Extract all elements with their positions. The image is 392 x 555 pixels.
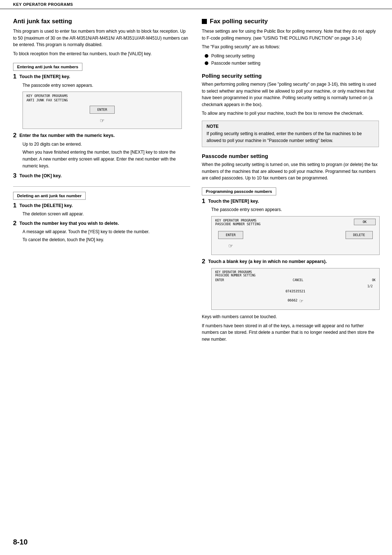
del-step2-num: 2 [13, 220, 16, 227]
screen3-header-row: KEY OPERATOR PROGRAMS PASSCODE NUMBER SE… [215, 271, 376, 277]
hand-icon-3: ☞ [300, 297, 303, 304]
hand-icon-2: ☞ [229, 242, 233, 250]
page-wrapper: KEY OPERATOR PROGRAMS Anti junk fax sett… [0, 0, 392, 555]
screen3-enter: ENTER [215, 279, 224, 282]
bullet-item-2: Passcode number setting [205, 60, 379, 67]
left-step1-desc: The passcode entry screen appears. [23, 82, 190, 89]
screen2-box: KEY OPERATOR PROGRAMS PASSCODE NUMBER SE… [211, 216, 380, 255]
note-text: If polling security setting is enabled, … [207, 130, 374, 144]
left-step1-num: 1 [13, 73, 16, 80]
screen3-line1: KEY OPERATOR PROGRAMS [215, 271, 256, 274]
hand-icon-1: ☞ [100, 117, 104, 124]
pc-step1-desc: The passcode entry screen appears. [211, 206, 379, 213]
top-bar: KEY OPERATOR PROGRAMS [0, 0, 392, 9]
keys-note2: If numbers have been stored in all of th… [202, 323, 379, 343]
passcode-text1: When the polling security setting is tur… [202, 161, 379, 182]
right-main-title-row: Fax polling security [202, 18, 379, 25]
left-main-title: Anti junk fax setting [13, 18, 190, 25]
keys-note1: Keys with numbers cannot be touched. [202, 313, 379, 320]
polling-title: Polling security setting [202, 73, 379, 79]
del-step1-desc: The deletion screen will appear. [23, 211, 190, 218]
left-step2-text: Enter the fax number with the numeric ke… [19, 132, 115, 139]
pc-step1-num: 1 [202, 198, 205, 205]
left-step3-text: Touch the [OK] key. [19, 172, 61, 179]
left-intro: This program is used to enter fax number… [13, 28, 190, 48]
right-main-title: Fax polling security [210, 18, 268, 25]
screen3-inner: 1/2 0743535521 06662 ☞ [215, 285, 376, 304]
left-step3-num: 3 [13, 172, 16, 179]
screen1-btn-row: ENTER ☞ [26, 106, 178, 124]
left-step2-desc2: When you have finished entering the numb… [23, 149, 190, 169]
bullet-text-1: Polling security setting [211, 53, 254, 60]
screen1-box: KEY OPERATOR PROGRAMS ANTI JUNK FAX SETT… [23, 92, 182, 129]
pc-step2: 2 Touch a blank key (a key in which no n… [202, 258, 379, 265]
bullet-dot-1 [205, 54, 208, 58]
deleting-box-label: Deleting an anti junk fax number [13, 192, 86, 200]
screen2-enter-btn[interactable]: ENTER [218, 231, 243, 239]
right-intro1: These settings are for using the Public … [202, 28, 379, 41]
screen3-ok: OK [372, 279, 376, 282]
bullet-text-2: Passcode number setting [211, 60, 260, 67]
right-column: Fax polling security These settings are … [202, 18, 379, 345]
note-title: NOTE [207, 124, 374, 129]
right-intro2: The "Fax polling security" are as follow… [202, 44, 379, 50]
entering-box-label: Entering anti junk fax numbers [13, 63, 82, 71]
bullet-item-1: Polling security setting [205, 53, 379, 60]
screen2-ok-btn[interactable]: OK [354, 219, 376, 225]
del-step2: 2 Touch the number key that you wish to … [13, 220, 190, 227]
pc-step2-num: 2 [202, 258, 205, 265]
screen2-line2: PASSCODE NUMBER SETTING [215, 222, 261, 226]
left-step1: 1 Touch the [ENTER] key. [13, 73, 190, 80]
black-square-icon [202, 19, 207, 24]
pc-step1-text: Touch the [ENTER] key. [208, 198, 259, 205]
del-step2-text: Touch the number key that you wish to de… [19, 220, 119, 227]
passcode-title: Passcode number setting [202, 153, 379, 159]
del-step1: 1 Touch the [DELETE] key. [13, 202, 190, 209]
screen2-header-row: KEY OPERATOR PROGRAMS PASSCODE NUMBER SE… [215, 219, 376, 226]
screen1-enter-btn[interactable]: ENTER [90, 106, 115, 114]
left-step3: 3 Touch the [OK] key. [13, 172, 190, 179]
del-step1-num: 1 [13, 202, 16, 209]
left-step2: 2 Enter the fax number with the numeric … [13, 132, 190, 139]
del-step2-desc2: To cancel the deletion, touch the [NO] k… [23, 236, 190, 243]
left-step1-text: Touch the [ENTER] key. [19, 73, 70, 80]
screen3-line2: PASSCODE NUMBER SETTING [215, 274, 256, 277]
left-step2-desc1: Up to 20 digits can be entered. [23, 141, 190, 148]
top-bar-label: KEY OPERATOR PROGRAMS [13, 2, 73, 7]
screen1-line1: KEY OPERATOR PROGRAMS [26, 94, 178, 98]
screen3-box: KEY OPERATOR PROGRAMS PASSCODE NUMBER SE… [211, 268, 380, 310]
screen2-line1: KEY OPERATOR PROGRAMS [215, 219, 261, 222]
pc-step1: 1 Touch the [ENTER] key. [202, 198, 379, 205]
screen3-cancel: CANCEL [293, 279, 303, 282]
screen3-number: 0743535521 [286, 289, 305, 293]
screen2-btns-row: ENTER ☞ DELETE [215, 231, 376, 250]
content-area: Anti junk fax setting This program is us… [0, 9, 392, 354]
screen1-line2: ANTI JUNK FAX SETTING [26, 98, 178, 102]
screen3-page: 1/2 [367, 285, 372, 288]
bullet-list: Polling security setting Passcode number… [205, 53, 379, 67]
left-step2-num: 2 [13, 132, 16, 139]
screen2-delete-btn[interactable]: DELETE [346, 231, 373, 239]
divider1 [13, 186, 190, 187]
page-number: 8-10 [13, 538, 28, 546]
note-box: NOTE If polling security setting is enab… [202, 121, 379, 147]
polling-text1: When performing polling memory (See "pol… [202, 81, 379, 108]
del-step1-text: Touch the [DELETE] key. [19, 202, 73, 209]
left-column: Anti junk fax setting This program is us… [13, 18, 190, 345]
screen3-prefix: 06662 [287, 299, 297, 302]
pc-step2-text: Touch a blank key (a key in which no num… [208, 258, 327, 265]
del-step2-desc1: A message will appear. Touch the [YES] k… [23, 228, 190, 235]
polling-text2: To allow any machine to poll your machin… [202, 110, 379, 117]
left-intro2: To block reception from the entered fax … [13, 50, 190, 57]
bullet-dot-2 [205, 61, 208, 65]
programming-box-label: Programming passcode numbers [202, 187, 276, 195]
